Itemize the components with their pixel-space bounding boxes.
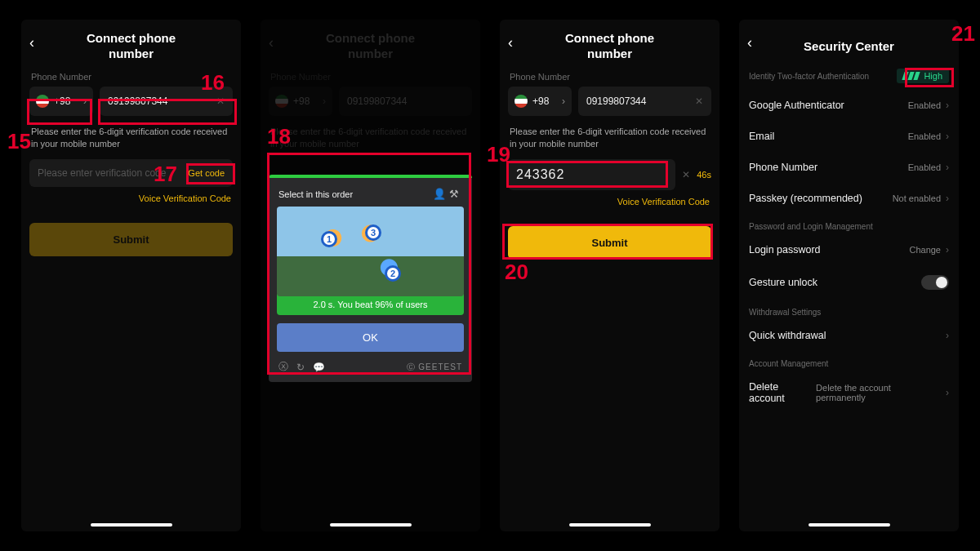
instruction-text: Please enter the 6-digit verification co… [21,116,241,159]
home-indicator [569,523,651,527]
chevron-right-icon: › [946,330,949,341]
auth-method-row[interactable]: EmailEnabled› [739,121,959,152]
clear-icon[interactable]: ✕ [216,96,225,107]
home-indicator [330,523,412,527]
captcha-ok-button[interactable]: OK [277,323,464,352]
page-title: Security Center [747,39,951,55]
section-account-label: Account Management [739,351,959,371]
get-code-button[interactable]: Get code [188,168,225,178]
gesture-unlock-row[interactable]: Gesture unlock [739,265,959,300]
phone-number-input[interactable]: 09199807344 ✕ [100,87,233,116]
screen-security-center: ‹ Security Center Identity Two-factor Au… [739,20,959,531]
flag-icon [514,95,528,108]
chevron-right-icon: › [946,193,949,204]
screen-connect-phone-empty: ‹ Connect phone number Phone Number +98 … [21,20,241,531]
chevron-right-icon: › [946,100,949,111]
chevron-right-icon: › [946,162,949,173]
captcha-instruction: Select in this order [278,189,353,199]
back-icon[interactable]: ‹ [508,34,513,51]
country-code-selector[interactable]: +98 › [29,87,93,116]
chevron-right-icon: › [83,96,87,107]
page-title: Connect phone number [508,31,711,62]
quick-withdrawal-row[interactable]: Quick withdrawal › [739,320,959,351]
chevron-right-icon: › [946,244,949,256]
code-value: 243362 [516,167,564,181]
captcha-feedback-icon[interactable]: 💬 [313,362,325,373]
chevron-right-icon: › [946,131,949,142]
captcha-brand: Ⓒ GEETEST [407,362,462,373]
captcha-marker-1: 1 [321,231,337,247]
phone-label: Phone Number [21,69,241,87]
voice-verification-link[interactable]: Voice Verification Code [500,190,719,207]
login-password-row[interactable]: Login password Change › [739,234,959,265]
countdown-timer: 46s [697,170,711,180]
section-2fa-label: Identity Two-factor Authentication [749,72,869,81]
captcha-image[interactable]: 1 3 2 [277,207,464,296]
voice-verification-link[interactable]: Voice Verification Code [21,187,241,203]
code-placeholder: Please enter verification code [38,167,166,179]
captcha-marker-3: 3 [365,224,381,241]
auth-method-row[interactable]: Passkey (recommended)Not enabled› [739,183,959,214]
country-code-selector[interactable]: +98 › [508,87,572,116]
verification-code-input[interactable]: 243362 [508,159,675,190]
home-indicator [808,523,890,527]
flag-icon [36,95,49,108]
phone-number-value: 09199807344 [108,96,167,107]
home-indicator [91,523,172,527]
phone-number-input[interactable]: 09199807344 ✕ [578,87,711,116]
chevron-right-icon: › [946,387,949,398]
screen-connect-phone-filled: ‹ Connect phone number Phone Number +98 … [500,20,719,531]
submit-button[interactable]: Submit [29,223,233,256]
security-level-badge: High [897,69,949,83]
clear-icon[interactable]: ✕ [695,96,703,107]
back-icon[interactable]: ‹ [747,34,752,51]
toggle-switch[interactable] [921,275,949,290]
clear-icon[interactable]: ✕ [682,169,690,180]
captcha-modal: Select in this order 👤⚒ 1 3 2 2.0 s. You… [269,175,472,382]
phone-label: Phone Number [500,69,719,87]
page-title: Connect phone number [29,31,233,62]
auth-method-row[interactable]: Google AuthenticatorEnabled› [739,90,959,121]
country-code: +98 [54,96,70,107]
section-password-label: Password and Login Management [739,214,959,234]
captcha-result-banner: 2.0 s. You beat 96% of users [277,294,464,315]
auth-method-row[interactable]: Phone NumberEnabled› [739,152,959,183]
submit-button[interactable]: Submit [508,226,711,260]
section-withdrawal-label: Withdrawal Settings [739,300,959,320]
captcha-tool-icons: 👤⚒ [433,188,462,200]
verification-code-input[interactable]: Please enter verification code Get code [29,159,233,187]
captcha-marker-2: 2 [385,265,401,282]
chevron-right-icon: › [562,96,565,107]
back-icon[interactable]: ‹ [29,34,34,51]
instruction-text: Please enter the 6-digit verification co… [500,116,719,159]
captcha-refresh-icon[interactable]: ↻ [296,362,305,373]
screen-captcha: ‹ Connect phone number Phone Number +98 … [261,20,480,531]
delete-account-row[interactable]: Delete account Delete the account perman… [739,371,959,414]
captcha-close-icon[interactable]: ⓧ [278,360,288,374]
